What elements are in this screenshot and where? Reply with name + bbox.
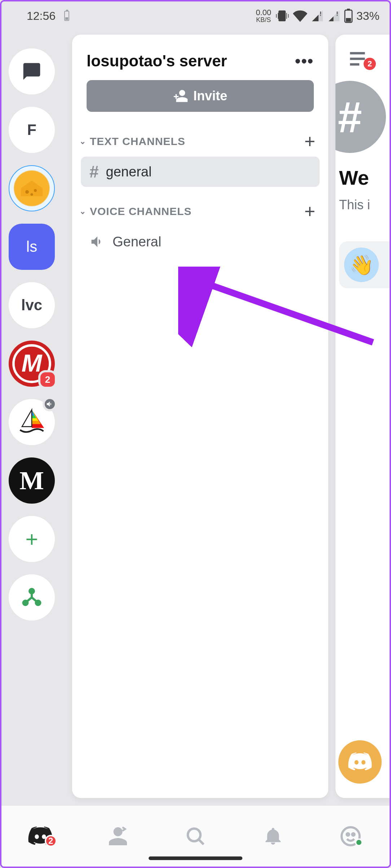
battery-percent: 33% <box>356 9 379 23</box>
svg-point-14 <box>188 828 201 841</box>
server-cheese[interactable] <box>9 165 55 211</box>
svg-text:M: M <box>22 349 43 377</box>
welcome-heading: We <box>339 166 391 189</box>
svg-text:!: ! <box>336 10 338 17</box>
wifi-icon <box>293 9 307 23</box>
channel-label: general <box>106 164 152 180</box>
voice-active-icon <box>43 397 57 411</box>
svg-text:!: ! <box>320 10 322 17</box>
channel-hero-icon: # <box>335 81 386 153</box>
server-f[interactable]: F <box>9 107 55 153</box>
text-channels-header[interactable]: ⌄TEXT CHANNELS + <box>72 125 328 154</box>
plus-icon: + <box>25 527 38 552</box>
svg-rect-4 <box>346 18 351 22</box>
text-channel-general[interactable]: # general <box>81 157 320 187</box>
hash-icon: # <box>89 162 99 181</box>
chevron-down-icon: ⌄ <box>79 207 87 216</box>
discord-icon <box>347 749 373 775</box>
voice-channels-header[interactable]: ⌄VOICE CHANNELS + <box>72 195 328 224</box>
svg-point-17 <box>347 833 350 836</box>
server-m-red[interactable]: M 2 <box>9 341 55 387</box>
vibrate-icon <box>275 9 289 23</box>
onboarding-card-icon: 👋 <box>344 247 379 282</box>
bottom-navigation: 2 <box>1 805 390 867</box>
nav-search[interactable] <box>181 822 210 851</box>
nav-home[interactable]: 2 <box>26 822 55 851</box>
welcome-subtitle: This i <box>339 197 391 212</box>
voice-channel-general[interactable]: General <box>81 227 320 257</box>
nav-friends[interactable] <box>104 822 132 851</box>
add-server-button[interactable]: + <box>9 516 55 562</box>
nav-home-badge: 2 <box>45 835 57 847</box>
chat-panel-peek: 2 # We This i 👋 <box>335 35 391 798</box>
friends-icon <box>107 825 129 847</box>
server-settings-button[interactable]: ••• <box>295 52 314 70</box>
server-boat[interactable] <box>9 399 55 445</box>
invite-user-icon <box>173 89 188 103</box>
direct-messages-button[interactable] <box>9 48 55 95</box>
online-status-dot <box>355 838 363 846</box>
sailboat-icon <box>16 406 48 438</box>
invite-button[interactable]: Invite <box>87 80 314 112</box>
messages-icon <box>22 61 42 82</box>
student-hub-button[interactable] <box>9 574 55 621</box>
svg-point-6 <box>34 189 37 192</box>
bell-icon <box>263 826 283 846</box>
add-text-channel-button[interactable]: + <box>304 132 315 151</box>
network-speed: 0.00 KB/S <box>256 9 271 23</box>
battery-small-icon <box>64 11 69 21</box>
server-lvc[interactable]: lvc <box>9 282 55 328</box>
svg-line-15 <box>199 839 203 844</box>
svg-rect-3 <box>347 9 350 10</box>
nav-profile[interactable] <box>336 822 365 851</box>
chevron-down-icon: ⌄ <box>79 137 87 146</box>
speaker-icon <box>89 234 105 250</box>
signal-1-icon: ! <box>311 9 324 22</box>
server-title[interactable]: losupotao's server <box>87 52 227 70</box>
channel-list-panel: losupotao's server ••• Invite ⌄TEXT CHAN… <box>72 35 328 798</box>
onboarding-card[interactable]: 👋 <box>339 241 391 288</box>
nav-mentions[interactable] <box>259 822 287 851</box>
signal-2-icon: ! <box>328 9 341 22</box>
svg-point-10 <box>30 589 34 593</box>
status-time: 12:56 <box>27 9 56 23</box>
server-badge: 2 <box>38 370 57 389</box>
channel-label: General <box>113 234 161 250</box>
cheese-icon <box>19 177 44 199</box>
floating-discord-button[interactable] <box>338 740 382 784</box>
menu-badge: 2 <box>364 58 376 70</box>
svg-point-5 <box>25 190 29 194</box>
android-home-indicator[interactable] <box>149 856 242 860</box>
android-status-bar: 12:56 0.00 KB/S ! ! 33% <box>1 1 390 30</box>
server-ls-selected[interactable]: ls <box>9 224 55 270</box>
hub-icon <box>21 587 43 608</box>
battery-icon <box>344 9 353 23</box>
add-voice-channel-button[interactable]: + <box>304 202 315 221</box>
server-rail: F ls lvc M 2 M + <box>6 48 57 621</box>
svg-point-7 <box>31 193 33 196</box>
svg-point-18 <box>352 833 355 836</box>
search-icon <box>185 825 206 847</box>
server-m-dark[interactable]: M <box>9 457 55 504</box>
